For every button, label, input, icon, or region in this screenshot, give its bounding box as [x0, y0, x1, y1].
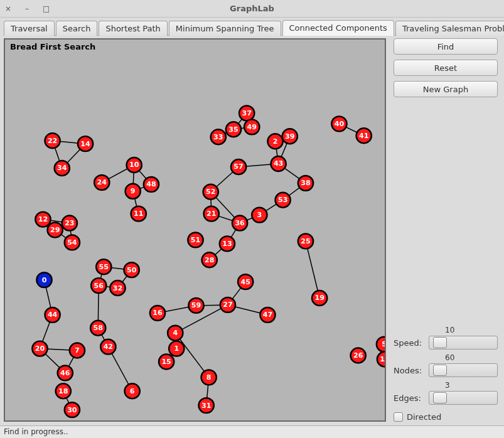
- nodes-slider-thumb[interactable]: [433, 365, 447, 376]
- graph-node-18[interactable]: 18: [56, 383, 71, 398]
- graph-node-35[interactable]: 35: [226, 122, 241, 137]
- tab-minimum-spanning-tree[interactable]: Minimum Spanning Tree: [169, 21, 281, 36]
- graph-node-14[interactable]: 14: [78, 136, 93, 151]
- edges-slider-thumb[interactable]: [433, 392, 447, 403]
- graph-node-46[interactable]: 46: [58, 365, 73, 380]
- graph-node-53[interactable]: 53: [276, 193, 291, 208]
- graph-node-39[interactable]: 39: [282, 129, 298, 144]
- graph-node-59[interactable]: 59: [188, 298, 203, 313]
- graph-node-30[interactable]: 30: [65, 402, 80, 417]
- graph-node-15[interactable]: 15: [159, 355, 174, 370]
- svg-text:35: 35: [228, 126, 238, 134]
- graph-node-19[interactable]: 19: [312, 291, 327, 306]
- svg-text:27: 27: [223, 301, 232, 309]
- tab-connected-components[interactable]: Connected Components: [282, 20, 394, 36]
- graph-node-26[interactable]: 26: [351, 348, 366, 363]
- graph-node-49[interactable]: 49: [244, 119, 259, 134]
- graph-node-33[interactable]: 33: [211, 129, 226, 144]
- graph-node-52[interactable]: 52: [203, 184, 218, 200]
- edges-param: Edges: 3: [394, 391, 498, 405]
- speed-slider[interactable]: [429, 336, 498, 350]
- graph-node-22[interactable]: 22: [45, 133, 60, 148]
- graph-node-29[interactable]: 29: [48, 223, 63, 238]
- graph-node-13[interactable]: 13: [220, 236, 235, 251]
- svg-text:42: 42: [104, 343, 113, 351]
- graph-node-38[interactable]: 38: [298, 176, 313, 191]
- edges-slider[interactable]: [429, 391, 498, 405]
- graph-node-5[interactable]: 5: [377, 337, 385, 352]
- graph-node-11[interactable]: 11: [131, 206, 146, 222]
- tab-search[interactable]: Search: [56, 21, 98, 36]
- tab-traveling-salesman-problem[interactable]: Traveling Salesman Problem: [395, 21, 504, 36]
- canvas-title: Bread First Search: [10, 42, 95, 51]
- graph-node-0[interactable]: 0: [36, 272, 51, 287]
- svg-text:3: 3: [257, 211, 262, 219]
- svg-text:16: 16: [153, 309, 163, 317]
- graph-node-12[interactable]: 12: [35, 212, 50, 227]
- graph-node-17[interactable]: 17: [377, 352, 385, 367]
- graph-node-57[interactable]: 57: [231, 159, 246, 174]
- graph-node-41[interactable]: 41: [357, 128, 372, 143]
- graph-node-36[interactable]: 36: [232, 216, 247, 231]
- graph-node-27[interactable]: 27: [220, 297, 235, 312]
- graph-node-40[interactable]: 40: [331, 116, 346, 131]
- graph-node-4[interactable]: 4: [168, 326, 183, 341]
- graph-node-44[interactable]: 44: [45, 307, 60, 323]
- svg-text:14: 14: [80, 140, 90, 148]
- graph-node-8[interactable]: 8: [201, 370, 217, 385]
- edges-value: 3: [445, 381, 450, 390]
- svg-text:58: 58: [94, 324, 103, 332]
- graph-edge: [306, 241, 319, 298]
- graph-node-21[interactable]: 21: [204, 206, 219, 222]
- graph-node-50[interactable]: 50: [124, 262, 139, 277]
- svg-text:29: 29: [50, 226, 60, 234]
- graph-node-45[interactable]: 45: [238, 274, 253, 289]
- svg-text:20: 20: [35, 345, 45, 353]
- tab-shortest-path[interactable]: Shortest Path: [99, 21, 167, 36]
- graph-node-24[interactable]: 24: [94, 175, 109, 190]
- graph-node-31[interactable]: 31: [199, 398, 214, 413]
- graph-node-1[interactable]: 1: [169, 341, 184, 356]
- window-maximize-icon[interactable]: □: [43, 4, 50, 13]
- nodes-value: 60: [445, 353, 454, 362]
- svg-text:25: 25: [301, 237, 310, 245]
- graph-node-7[interactable]: 7: [70, 343, 85, 358]
- window-close-icon[interactable]: ×: [5, 4, 11, 13]
- graph-node-51[interactable]: 51: [188, 232, 203, 247]
- graph-node-20[interactable]: 20: [32, 341, 47, 356]
- window-minimize-icon[interactable]: –: [25, 4, 29, 13]
- graph-node-34[interactable]: 34: [55, 161, 70, 176]
- graph-node-56[interactable]: 56: [91, 278, 106, 293]
- graph-node-28[interactable]: 28: [202, 252, 217, 267]
- graph-node-2[interactable]: 2: [267, 134, 282, 149]
- svg-text:45: 45: [240, 278, 250, 286]
- graph-node-37[interactable]: 37: [239, 105, 254, 120]
- graph-node-43[interactable]: 43: [271, 156, 286, 171]
- graph-node-47[interactable]: 47: [260, 307, 275, 323]
- nodes-slider[interactable]: [429, 363, 498, 377]
- graph-node-6[interactable]: 6: [125, 383, 140, 398]
- svg-text:17: 17: [380, 355, 385, 363]
- graph-canvas[interactable]: Bread First Search 012345678910111213141…: [4, 38, 386, 422]
- graph-node-16[interactable]: 16: [150, 306, 165, 321]
- graph-node-32[interactable]: 32: [110, 280, 125, 296]
- graph-node-55[interactable]: 55: [96, 259, 111, 274]
- tab-traversal[interactable]: Traversal: [4, 21, 55, 36]
- directed-checkbox[interactable]: [394, 412, 403, 422]
- graph-node-42[interactable]: 42: [100, 339, 115, 355]
- speed-slider-thumb[interactable]: [433, 337, 447, 348]
- graph-node-48[interactable]: 48: [144, 177, 159, 192]
- graph-node-25[interactable]: 25: [298, 233, 313, 248]
- find-button[interactable]: Find: [394, 38, 498, 55]
- graph-node-54[interactable]: 54: [65, 235, 80, 250]
- graph-node-58[interactable]: 58: [90, 321, 105, 336]
- new-graph-button[interactable]: New Graph: [394, 81, 498, 97]
- reset-button[interactable]: Reset: [394, 60, 498, 76]
- svg-text:18: 18: [58, 387, 68, 395]
- edges-label: Edges:: [394, 393, 425, 403]
- graph-node-9[interactable]: 9: [126, 184, 141, 199]
- status-text: Find in progress..: [4, 427, 68, 436]
- graph-node-23[interactable]: 23: [62, 216, 77, 231]
- graph-node-3[interactable]: 3: [252, 208, 267, 223]
- graph-node-10[interactable]: 10: [127, 158, 142, 173]
